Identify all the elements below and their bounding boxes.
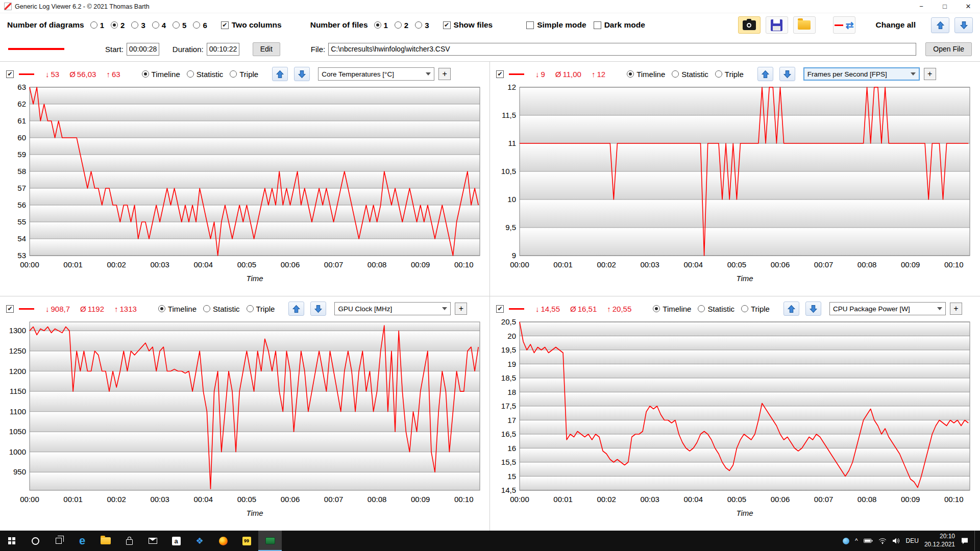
radio-statistic[interactable]: Statistic	[672, 70, 708, 79]
radio-label: 3	[425, 21, 429, 30]
radio-timeline[interactable]: Timeline	[653, 305, 691, 313]
max-arrow-icon: ↑	[607, 305, 611, 313]
series-visible-checkbox[interactable]: ✔	[6, 70, 14, 78]
series-visible-checkbox[interactable]: ✔	[6, 305, 14, 313]
radio-circle-icon	[142, 70, 149, 78]
taskbar-app-dropbox[interactable]: ❖	[188, 531, 211, 551]
svg-text:1100: 1100	[10, 407, 26, 416]
add-series-button[interactable]: +	[950, 303, 962, 315]
svg-text:Time: Time	[736, 274, 753, 283]
series-visible-checkbox[interactable]: ✔	[496, 70, 504, 78]
change-all-up-button[interactable]	[931, 17, 949, 33]
start-time-input[interactable]	[127, 43, 159, 56]
clock-date: 20.12.2021	[924, 541, 955, 549]
taskbar-app-explorer[interactable]	[94, 531, 117, 551]
move-up-button[interactable]	[757, 67, 773, 81]
red-line-icon	[835, 24, 843, 26]
wifi-icon[interactable]	[878, 538, 887, 544]
radio-statistic[interactable]: Statistic	[203, 305, 240, 313]
action-center-icon[interactable]	[961, 537, 969, 544]
search-button[interactable]	[23, 531, 47, 551]
diagram-count-5[interactable]: 5	[173, 21, 186, 30]
diagram-count-4[interactable]: 4	[152, 21, 166, 30]
add-series-button[interactable]: +	[924, 68, 936, 80]
edit-button[interactable]: Edit	[253, 42, 280, 56]
simple-mode-checkbox[interactable]: ✔ Simple mode	[526, 20, 586, 30]
metric-dropdown[interactable]: GPU Clock [MHz]	[334, 302, 451, 315]
radio-label: 2	[120, 21, 125, 30]
add-series-button[interactable]: +	[455, 303, 467, 315]
two-columns-checkbox[interactable]: ✔ Two columns	[221, 20, 282, 30]
min-arrow-icon: ↓	[535, 305, 540, 313]
series-color-swatch	[19, 73, 34, 75]
taskbar-app-logviewer[interactable]	[258, 531, 282, 551]
add-series-button[interactable]: +	[438, 68, 451, 80]
radio-triple[interactable]: Triple	[741, 305, 770, 313]
move-down-button[interactable]	[805, 302, 821, 316]
radio-statistic[interactable]: Statistic	[187, 70, 224, 79]
move-up-button[interactable]	[288, 302, 304, 316]
duration-input[interactable]	[207, 43, 239, 56]
radio-label: Timeline	[168, 305, 197, 313]
start-button[interactable]	[0, 531, 23, 551]
keyboard-language-indicator[interactable]: DEU	[906, 537, 919, 544]
svg-text:53: 53	[17, 251, 26, 260]
show-desktop-button[interactable]	[974, 531, 977, 551]
reload-series-button[interactable]: ⇄	[833, 16, 855, 34]
taskbar-clock[interactable]: 20:10 20.12.2021	[924, 533, 955, 548]
move-down-button[interactable]	[294, 67, 310, 81]
arrow-down-icon	[960, 21, 968, 30]
move-down-button[interactable]	[779, 67, 795, 81]
radio-timeline[interactable]: Timeline	[627, 70, 665, 79]
metric-dropdown[interactable]: Core Temperatures [°C]	[318, 67, 434, 81]
radio-timeline[interactable]: Timeline	[142, 70, 180, 79]
edge-icon: e	[79, 535, 85, 546]
screenshot-button[interactable]	[738, 16, 761, 34]
file-path-input[interactable]	[328, 43, 916, 56]
radio-statistic[interactable]: Statistic	[698, 305, 734, 313]
taskbar-app-store[interactable]	[117, 531, 141, 551]
move-up-button[interactable]	[783, 302, 799, 316]
open-file-button[interactable]: Open File	[925, 42, 972, 56]
dark-mode-checkbox[interactable]: ✔ Dark mode	[594, 20, 645, 30]
show-files-checkbox[interactable]: ✔ Show files	[443, 20, 493, 30]
radio-circle-icon	[173, 21, 180, 29]
file-count-3[interactable]: 3	[415, 21, 429, 30]
diagram-count-6[interactable]: 6	[193, 21, 207, 30]
metric-dropdown[interactable]: CPU Package Power [W]	[829, 302, 946, 315]
minimize-button[interactable]: −	[910, 0, 933, 13]
task-view-button[interactable]	[47, 531, 70, 551]
series-visible-checkbox[interactable]: ✔	[496, 305, 504, 313]
tray-expand-chevron-icon[interactable]: ^	[855, 537, 858, 544]
change-all-down-button[interactable]	[954, 17, 973, 33]
radio-triple[interactable]: Triple	[715, 70, 744, 79]
radio-timeline[interactable]: Timeline	[158, 305, 197, 313]
diagram-count-radio-group: 123456	[90, 21, 214, 30]
diagram-count-1[interactable]: 1	[90, 21, 104, 30]
radio-triple[interactable]: Triple	[247, 305, 275, 313]
battery-icon[interactable]	[864, 538, 873, 543]
radio-label: Triple	[256, 305, 275, 313]
tray-app-icon[interactable]	[843, 538, 849, 544]
taskbar-app-99[interactable]: 99	[235, 531, 258, 551]
close-button[interactable]: ✕	[957, 0, 980, 13]
stat-max: ↑1313	[114, 305, 137, 313]
file-count-1[interactable]: 1	[374, 21, 388, 30]
radio-triple[interactable]: Triple	[230, 70, 258, 79]
volume-icon[interactable]	[892, 537, 900, 544]
export-button[interactable]	[793, 16, 816, 34]
taskbar-app-mail[interactable]	[141, 531, 164, 551]
move-up-button[interactable]	[272, 67, 288, 81]
save-button[interactable]	[766, 16, 788, 34]
taskbar-app-a[interactable]: a	[164, 531, 188, 551]
maximize-button[interactable]: □	[933, 0, 957, 13]
taskbar-app-firefox[interactable]	[211, 531, 235, 551]
chart-canvas: 950100010501100115012001250130000:0000:0…	[6, 318, 484, 524]
file-count-2[interactable]: 2	[395, 21, 408, 30]
chart-panel-2: ✔ ↓9 Ø11,00 ↑12 TimelineStatisticTriple …	[490, 62, 980, 296]
diagram-count-2[interactable]: 2	[111, 21, 125, 30]
diagram-count-3[interactable]: 3	[131, 21, 145, 30]
move-down-button[interactable]	[310, 302, 326, 316]
metric-dropdown[interactable]: Frames per Second [FPS]	[803, 67, 920, 81]
taskbar-app-edge[interactable]: e	[70, 531, 94, 551]
